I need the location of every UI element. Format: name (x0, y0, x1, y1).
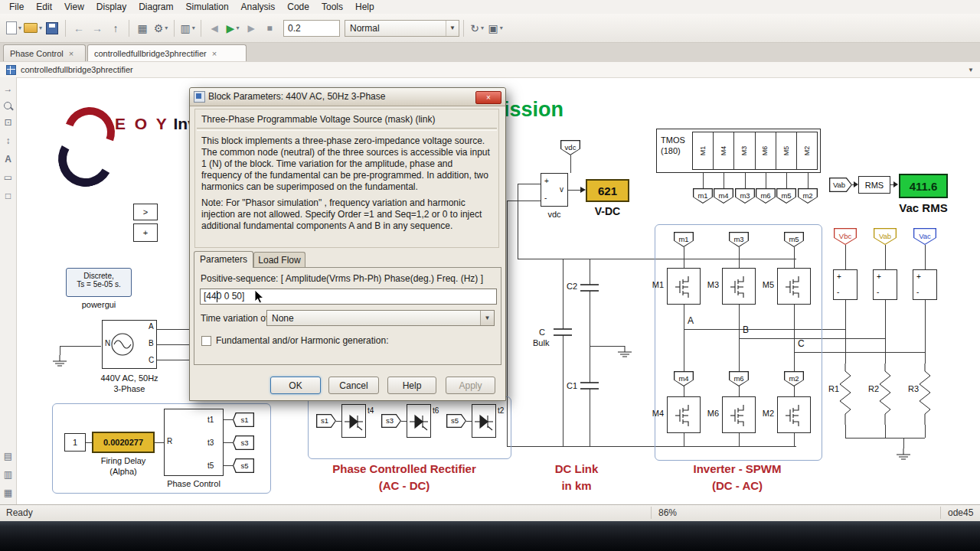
from-tag-vdc[interactable]: vdc (560, 140, 580, 155)
goto-tag-s3[interactable]: s3 (233, 435, 254, 450)
rms-block[interactable]: RMS (858, 176, 890, 194)
solver-name[interactable]: ode45 (948, 507, 973, 518)
from-tag-s5[interactable]: s5 (446, 414, 466, 428)
ok-button[interactable]: OK (270, 377, 321, 394)
fit-view-icon[interactable]: ⊡ (0, 117, 16, 128)
tab-load-flow[interactable]: Load Flow (253, 252, 305, 268)
from-tag-gate-m2[interactable]: m2 (784, 371, 804, 386)
from-tag-vbc[interactable]: Vbc (834, 228, 857, 245)
annotation-icon[interactable]: A (0, 154, 16, 165)
menu-code[interactable]: Code (281, 1, 315, 13)
sim-mode-select[interactable]: Normal▼ (345, 20, 459, 37)
constant-block[interactable]: 1 (64, 433, 86, 452)
pan-icon[interactable]: ↕ (0, 135, 16, 146)
from-tag-s3[interactable]: s3 (381, 414, 401, 428)
breadcrumb-expand-icon[interactable]: ▼ (968, 67, 974, 73)
from-tag-vac[interactable]: Vac (913, 228, 936, 245)
thyristor-block-3[interactable] (472, 404, 496, 438)
goto-tag-m2[interactable]: m2 (798, 188, 818, 204)
new-model-button[interactable]: ▾ (5, 19, 22, 37)
library-browser-button[interactable]: ▦ (134, 19, 151, 37)
from-tag-gate-m5[interactable]: m5 (784, 232, 804, 247)
sim-stop-time-input[interactable]: 0.2 (283, 20, 340, 37)
tab-controlledfullbridge3phrectifier[interactable]: controlledfullbridge3phrectifier × (87, 44, 247, 61)
up-button[interactable]: ↑ (107, 19, 124, 37)
meter-block-vab[interactable]: + - (873, 269, 897, 300)
layout-button[interactable]: ▣▾ (487, 19, 504, 37)
forward-button[interactable]: → (89, 19, 106, 37)
dialog-title-bar[interactable]: Block Parameters: 440V AC, 50Hz 3-Phase … (190, 88, 505, 106)
step-back-button[interactable]: ◀ (206, 19, 223, 37)
breadcrumb-model-name[interactable]: controlledfullbridge3phrectifier (21, 65, 133, 74)
goto-tag-m3[interactable]: m3 (735, 188, 755, 204)
zoom-icon[interactable] (4, 102, 11, 109)
mosfet-block-m2[interactable] (777, 396, 811, 433)
menu-simulation[interactable]: Simulation (180, 1, 235, 13)
area-icon[interactable]: □ (0, 191, 16, 201)
back-button[interactable]: ← (70, 19, 87, 37)
mosfet-block-m4[interactable] (667, 396, 701, 433)
mosfet-block-m3[interactable] (722, 268, 756, 305)
vac-rms-display[interactable]: 411.6 (899, 174, 948, 198)
voltage-measurement-block[interactable]: + - v (541, 173, 568, 207)
close-button[interactable]: × (475, 91, 501, 104)
thyristor-block-1[interactable] (341, 404, 366, 438)
meter-block-vbc[interactable]: + - (833, 269, 858, 300)
goto-tag-s1[interactable]: s1 (233, 412, 254, 427)
tab-parameters[interactable]: Parameters (194, 251, 253, 268)
close-icon[interactable]: × (69, 49, 74, 58)
menu-tools[interactable]: Tools (315, 1, 349, 13)
help-button[interactable]: Help (387, 377, 436, 394)
menu-display[interactable]: Display (90, 1, 132, 13)
menu-help[interactable]: Help (349, 1, 381, 13)
goto-tag-s5[interactable]: s5 (233, 458, 254, 473)
meter-block-vac[interactable]: + - (913, 269, 937, 300)
goto-tag-m4[interactable]: m4 (714, 188, 733, 204)
stop-button[interactable]: ■ (261, 19, 278, 37)
grid-icon[interactable]: ▦ (0, 487, 16, 498)
menu-view[interactable]: View (58, 1, 90, 13)
close-icon[interactable]: × (212, 49, 217, 58)
goto-tag-m1[interactable]: m1 (693, 188, 713, 204)
refresh-button[interactable]: ↻▾ (469, 19, 485, 37)
apply-button[interactable]: Apply (446, 377, 495, 394)
relational-operator-block[interactable]: > (133, 204, 158, 220)
menu-diagram[interactable]: Diagram (132, 1, 179, 13)
mosfet-block-m5[interactable] (777, 268, 811, 305)
chevron-down-icon: ▾ (481, 24, 484, 31)
model-config-button[interactable]: ▥▾ (179, 19, 196, 37)
phase-control-block[interactable]: R t1 t3 t5 (164, 409, 224, 476)
image-icon[interactable]: ▭ (0, 172, 16, 183)
mosfet-block-m1[interactable] (667, 268, 701, 305)
menu-file[interactable]: File (3, 1, 30, 13)
step-forward-button[interactable]: ▶ (243, 19, 260, 37)
settings-button[interactable]: ⚙▾ (152, 19, 169, 37)
three-phase-source-block[interactable]: N A B C (102, 320, 157, 369)
mask-heading: Three-Phase Programmable Voltage Source … (195, 109, 498, 128)
cancel-button[interactable]: Cancel (328, 377, 379, 394)
viewmark-icon[interactable]: ▤ (0, 451, 16, 461)
hide-browser-icon[interactable]: → (0, 83, 16, 94)
run-button[interactable]: ▶▾ (224, 19, 241, 37)
subsystem-icon[interactable]: ▥ (0, 469, 16, 480)
from-tag-vab2[interactable]: Vab (874, 228, 897, 245)
from-tag-gate-m1[interactable]: m1 (674, 232, 694, 247)
goto-tag-m6[interactable]: m6 (756, 188, 776, 204)
open-button[interactable]: ▾ (24, 19, 42, 37)
tab-phase-control[interactable]: Phase Control × (3, 44, 86, 61)
menu-edit[interactable]: Edit (30, 1, 58, 13)
from-tag-gate-m4[interactable]: m4 (674, 371, 694, 386)
from-tag-gate-m3[interactable]: m3 (729, 232, 749, 247)
menu-analysis[interactable]: Analysis (235, 1, 282, 13)
sum-block[interactable]: + (133, 223, 158, 242)
from-tag-s1[interactable]: s1 (316, 414, 336, 428)
vdc-display[interactable]: 621 (586, 179, 629, 202)
thyristor-block-2[interactable] (407, 404, 431, 438)
save-button[interactable] (44, 19, 60, 37)
firing-delay-display[interactable]: 0.0020277 (92, 432, 155, 453)
from-tag-vab[interactable]: Vab (829, 178, 852, 192)
goto-tag-m5[interactable]: m5 (776, 188, 796, 204)
mosfet-block-m6[interactable] (722, 396, 756, 433)
from-tag-gate-m6[interactable]: m6 (729, 371, 749, 386)
powergui-block[interactable]: Discrete,Ts = 5e-05 s. (66, 268, 132, 297)
